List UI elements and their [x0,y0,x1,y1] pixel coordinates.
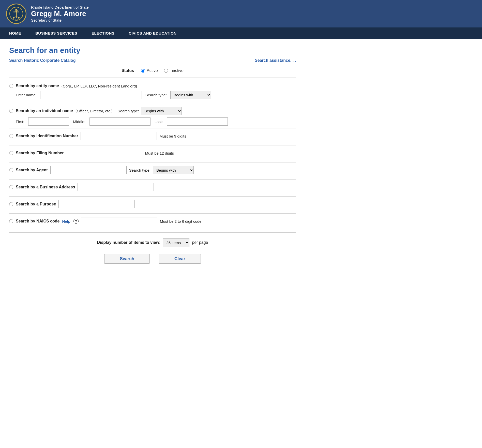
svg-text:1636: 1636 [14,19,18,20]
bottom-divider [9,232,296,233]
id-number-input[interactable] [81,132,157,140]
purpose-input[interactable] [58,200,135,208]
business-address-input[interactable] [78,183,154,191]
filing-number-radio[interactable] [9,151,13,155]
top-divider [9,78,296,78]
naics-input[interactable] [81,217,157,225]
business-address-radio[interactable] [9,185,13,189]
buttons-row: Search Clear [9,254,296,264]
individual-name-fields: First: Middle: Last: [9,117,296,126]
status-active-label: Active [147,68,158,73]
section-id-number-header: Search by Identification Number Must be … [9,132,296,140]
nav-elections[interactable]: ELECTIONS [84,27,122,39]
section-business-address: Search by a Business Address [9,179,296,196]
nav-home[interactable]: HOME [2,27,28,39]
state-seal: 1636 [6,4,26,24]
search-assistance-link[interactable]: Search assistance. . . [255,58,296,63]
last-label: Last: [155,120,163,124]
search-button[interactable]: Search [104,254,150,264]
individual-name-radio[interactable] [9,109,13,113]
first-name-input[interactable] [28,117,69,126]
section-filing-number-header: Search by Filing Number Must be 12 digit… [9,149,296,157]
main-content: Search for an entity Search Historic Cor… [0,39,305,274]
agent-search-type-select[interactable]: Begins with Contains Exact match [153,166,194,174]
naics-help-link[interactable]: Help [62,219,71,223]
section-business-address-header: Search by a Business Address [9,183,296,191]
middle-label: Middle: [73,120,85,124]
business-address-title: Search by a Business Address [16,185,75,189]
individual-name-title: Search by an individual name [16,109,73,113]
secretary-name: Gregg M. Amore [31,9,89,18]
status-label: Status [122,68,134,73]
individual-search-type-label: Search type: [118,109,139,113]
clear-button[interactable]: Clear [159,254,201,264]
naics-hint: Must be 2 to 6 digit code [160,219,201,223]
purpose-title: Search by a Purpose [16,202,56,206]
agent-radio[interactable] [9,168,13,172]
nav-business-services[interactable]: BUSINESS SERVICES [28,27,84,39]
links-row: Search Historic Corporate Catalog Search… [9,58,296,63]
secretary-title: Secretary of State [31,18,89,22]
first-label: First: [16,120,24,124]
entity-name-radio[interactable] [9,84,13,88]
display-row: Display number of items to view: 25 item… [9,238,296,247]
status-inactive-option[interactable]: Inactive [164,68,184,73]
site-header: 1636 Rhode Island Department of State Gr… [0,0,482,27]
main-nav: HOME BUSINESS SERVICES ELECTIONS CIVICS … [0,27,482,39]
agent-title: Search by Agent [16,168,48,172]
id-number-radio[interactable] [9,134,13,138]
section-filing-number: Search by Filing Number Must be 12 digit… [9,145,296,162]
items-per-page-select[interactable]: 25 items 50 items 100 items [163,238,189,247]
page-title: Search for an entity [9,46,296,55]
section-agent: Search by Agent Search type: Begins with… [9,162,296,179]
status-row: Status Active Inactive [9,68,296,73]
svg-point-4 [13,17,14,19]
entity-name-input[interactable] [40,91,142,99]
agent-input[interactable] [50,166,127,174]
status-active-radio[interactable] [141,69,145,73]
svg-point-5 [18,17,20,19]
id-number-title: Search by Identification Number [16,134,78,138]
nav-civics[interactable]: CIVICS AND EDUCATION [122,27,184,39]
entity-name-input-label: Enter name: [16,93,37,97]
entity-search-type-label: Search type: [145,93,167,97]
individual-search-type-select[interactable]: Begins with Contains Exact match [141,107,182,115]
header-text: Rhode Island Department of State Gregg M… [31,5,89,22]
section-entity-name-header: Search by entity name (Corp., LP, LLP, L… [9,84,296,88]
naics-help-icon[interactable]: ? [73,219,79,224]
naics-radio[interactable] [9,219,13,223]
agent-search-type-label: Search type: [129,168,150,172]
entity-name-form-row: Enter name: Search type: Begins with Con… [9,91,296,99]
filing-number-hint: Must be 12 digits [145,151,174,155]
section-agent-header: Search by Agent Search type: Begins with… [9,166,296,174]
id-number-hint: Must be 9 digits [159,134,186,138]
dept-name: Rhode Island Department of State [31,5,89,9]
filing-number-input[interactable] [66,149,142,157]
historic-catalog-link[interactable]: Search Historic Corporate Catalog [9,58,76,63]
status-active-option[interactable]: Active [141,68,158,73]
section-purpose: Search by a Purpose [9,196,296,213]
entity-name-title: Search by entity name [16,84,59,88]
purpose-radio[interactable] [9,202,13,206]
section-individual-name-header: Search by an individual name (Officer, D… [9,107,296,115]
section-entity-name: Search by entity name (Corp., LP, LLP, L… [9,80,296,103]
status-inactive-radio[interactable] [164,69,168,73]
middle-name-input[interactable] [89,117,150,126]
status-inactive-label: Inactive [170,68,184,73]
individual-search-type-row: Search type: Begins with Contains Exact … [118,107,182,115]
section-id-number: Search by Identification Number Must be … [9,128,296,145]
per-page-label: per page [192,240,208,245]
filing-number-title: Search by Filing Number [16,151,64,155]
individual-name-subtitle: (Officer, Director, etc.) [76,109,113,113]
last-name-input[interactable] [167,117,228,126]
section-individual-name: Search by an individual name (Officer, D… [9,103,296,128]
section-naics-header: Search by NAICS code Help ? Must be 2 to… [9,217,296,225]
section-naics: Search by NAICS code Help ? Must be 2 to… [9,213,296,230]
display-label: Display number of items to view: [97,240,161,245]
section-purpose-header: Search by a Purpose [9,200,296,208]
entity-search-type-select[interactable]: Begins with Contains Exact match [170,91,211,99]
naics-title: Search by NAICS code [16,219,60,223]
entity-name-subtitle: (Corp., LP, LLP, LLC, Non-resident Landl… [62,84,137,88]
